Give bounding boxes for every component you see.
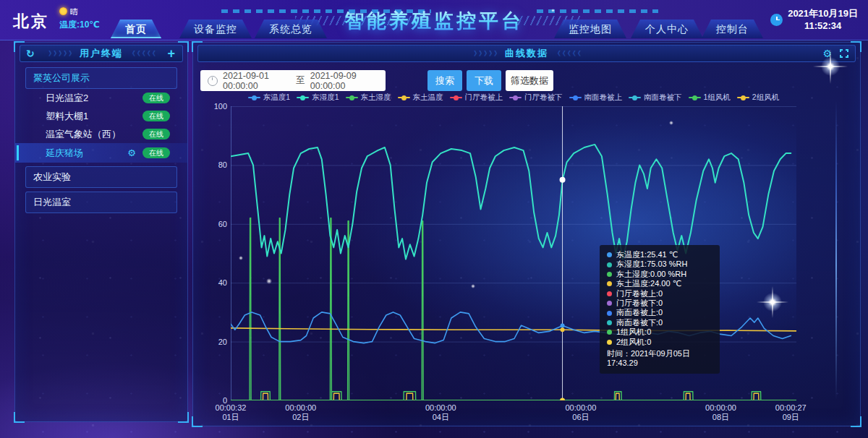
tooltip-series-dot: [607, 291, 612, 296]
tooltip-row: 门厅卷被上:0: [607, 289, 712, 299]
top-bar: 北京 晴 温度:10℃ 首页 设备监控 系统总览 智能养殖监控平台 监控地图 个…: [0, 0, 868, 40]
chart-tooltip: 东温度1:25.41 ℃东湿度1:75.03 %RH东土湿度:0.00 %RH东…: [600, 245, 720, 374]
x-tick-label: 00:00:2709日: [760, 403, 821, 422]
legend-item-1组风机[interactable]: 1组风机: [689, 93, 731, 103]
corner-decoration: [14, 412, 25, 423]
refresh-icon[interactable]: ↻: [26, 48, 36, 59]
sidebar-item-sunlight-greenhouse[interactable]: 日光温室: [25, 192, 177, 213]
clock-icon: [770, 14, 783, 26]
legend-item-东湿度1[interactable]: 东湿度1: [297, 93, 339, 103]
legend-marker: [629, 95, 641, 100]
legend-marker: [509, 95, 522, 100]
chart-legend: 东温度1东湿度1东土湿度东土温度门厅卷被上门厅卷被下南面卷被上南面卷被下1组风机…: [231, 93, 796, 103]
legend-label: 2组风机: [752, 93, 779, 103]
tooltip-series-value: 门厅卷被下:0: [616, 299, 663, 308]
sidebar-item-plastic-shed1[interactable]: 塑料大棚1 在线: [15, 107, 187, 125]
status-badge: 在线: [142, 147, 170, 158]
crosshair-marker: [560, 177, 566, 183]
datetime-block: 2021年10月19日 11:52:34: [770, 7, 858, 32]
gear-icon[interactable]: ⚙: [127, 147, 136, 158]
corner-decoration: [178, 412, 189, 423]
legend-item-2组风机[interactable]: 2组风机: [737, 93, 779, 103]
sidebar-item-yanqing-pig-farm[interactable]: 延庆猪场 ⚙ 在线: [15, 143, 187, 163]
tooltip-series-dot: [607, 330, 612, 335]
tooltip-series-dot: [607, 311, 612, 316]
sidebar-title: 用户终端: [80, 47, 123, 60]
legend-marker: [689, 95, 701, 100]
y-tick-label: 20: [203, 338, 227, 346]
app-root: 北京 晴 温度:10℃ 首页 设备监控 系统总览 智能养殖监控平台 监控地图 个…: [0, 0, 868, 438]
legend-label: 南面卷被下: [644, 93, 682, 103]
legend-label: 门厅卷被上: [465, 93, 503, 103]
legend-item-南面卷被上[interactable]: 南面卷被上: [569, 93, 623, 103]
tab-personal-center[interactable]: 个人中心: [631, 20, 703, 38]
deco-arrows: 《《《《《: [129, 49, 154, 59]
light-streak: [835, 100, 837, 400]
current-date: 2021年10月19日: [788, 7, 858, 20]
tooltip-row: 东土温度:24.00 ℃: [607, 279, 712, 288]
chart-area[interactable]: 东温度1东湿度1东土湿度东土温度门厅卷被上门厅卷被下南面卷被上南面卷被下1组风机…: [193, 43, 860, 426]
tooltip-series-value: 2组风机:0: [616, 338, 651, 347]
sidebar-item-company[interactable]: 聚英公司展示: [25, 67, 177, 89]
curve-panel: 》》》》》 曲线数据 《《《《《 ⚙ 2021-09-01 00:00:00 至…: [192, 42, 861, 426]
status-badge: 在线: [142, 93, 170, 103]
legend-item-东温度1[interactable]: 东温度1: [248, 93, 290, 103]
legend-item-东土湿度[interactable]: 东土湿度: [346, 93, 391, 103]
tooltip-series-dot: [607, 272, 612, 277]
legend-label: 东温度1: [263, 93, 290, 103]
legend-label: 东湿度1: [312, 93, 339, 103]
crosshair-marker: [561, 324, 565, 328]
tooltip-series-value: 东土温度:24.00 ℃: [616, 279, 681, 288]
legend-label: 1组风机: [704, 93, 731, 103]
x-tick-label: 00:00:0002日: [271, 403, 331, 422]
tooltip-series-dot: [607, 301, 612, 306]
y-tick-label: 80: [203, 160, 227, 169]
legend-marker: [398, 95, 410, 100]
legend-marker: [569, 95, 582, 100]
legend-marker: [346, 95, 358, 100]
crosshair-marker: [561, 327, 565, 332]
crosshair-marker: [560, 398, 565, 401]
tooltip-series-value: 南面卷被上:0: [616, 308, 663, 317]
x-tick-label: 00:00:0006日: [550, 403, 611, 422]
legend-item-南面卷被下[interactable]: 南面卷被下: [629, 93, 682, 103]
tooltip-row: 门厅卷被下:0: [607, 299, 712, 308]
x-tick-label: 00:00:0008日: [690, 403, 751, 422]
tooltip-row: 2组风机:0: [607, 338, 712, 347]
y-tick-label: 40: [203, 278, 227, 287]
legend-marker: [737, 95, 749, 100]
x-tick-label: 00:00:0004日: [410, 403, 471, 422]
series-1组风机: [231, 392, 796, 400]
legend-label: 南面卷被上: [584, 93, 623, 103]
tooltip-series-value: 东土湿度:0.00 %RH: [616, 270, 686, 279]
y-tick-label: 60: [203, 220, 227, 228]
legend-item-门厅卷被下[interactable]: 门厅卷被下: [509, 93, 563, 103]
sidebar: ↻ 》》》》》 用户终端 《《《《《 + 聚英公司展示 日光温室2 在线 塑料大…: [14, 42, 188, 422]
sidebar-item-agriculture-experiment[interactable]: 农业实验: [25, 166, 177, 188]
tooltip-series-dot: [607, 340, 612, 345]
current-time: 11:52:34: [788, 20, 858, 32]
sidebar-item-greenhouse2[interactable]: 日光温室2 在线: [15, 89, 187, 107]
tab-monitor-map[interactable]: 监控地图: [554, 20, 626, 38]
series-东湿度1: [231, 145, 791, 259]
sidebar-item-weather-station-west[interactable]: 温室气象站（西） 在线: [15, 125, 187, 143]
status-badge: 在线: [142, 111, 170, 121]
sidebar-header: ↻ 》》》》》 用户终端 《《《《《 +: [20, 45, 183, 62]
legend-label: 东土温度: [413, 93, 443, 103]
tooltip-row: 1组风机:0: [607, 327, 712, 337]
legend-item-东土温度[interactable]: 东土温度: [398, 93, 443, 103]
tooltip-series-dot: [607, 320, 612, 325]
deco-arrows: 》》》》》: [48, 49, 74, 59]
tab-console[interactable]: 控制台: [702, 20, 763, 38]
tooltip-series-dot: [607, 262, 612, 267]
legend-item-门厅卷被上[interactable]: 门厅卷被上: [450, 93, 503, 103]
add-terminal-icon[interactable]: +: [167, 47, 176, 60]
tooltip-row: 东温度1:25.41 ℃: [607, 250, 712, 259]
tooltip-series-value: 1组风机:0: [616, 327, 651, 337]
status-badge: 在线: [142, 129, 170, 139]
legend-marker: [450, 95, 462, 100]
tooltip-series-value: 东湿度1:75.03 %RH: [616, 259, 687, 269]
legend-marker: [297, 95, 309, 100]
tooltip-series-value: 门厅卷被上:0: [616, 289, 663, 299]
tooltip-series-value: 东温度1:25.41 ℃: [616, 250, 678, 259]
